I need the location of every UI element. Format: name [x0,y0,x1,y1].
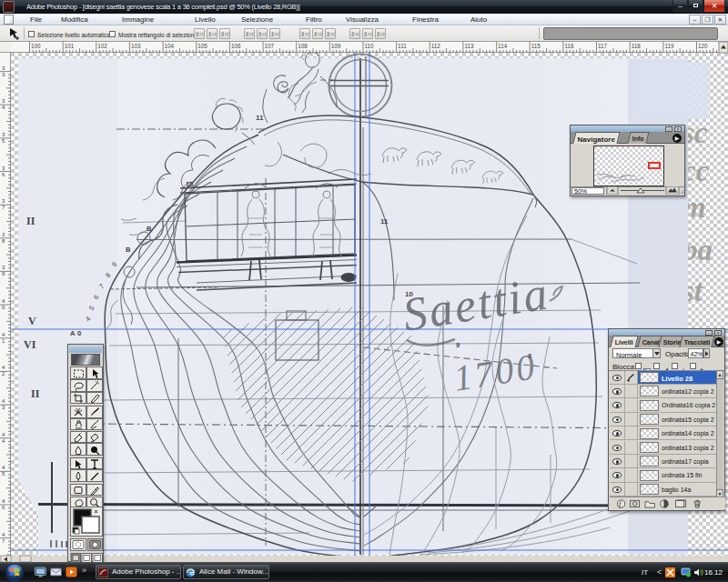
svg-text:B: B [126,246,131,254]
svg-text:117: 117 [598,43,608,49]
svg-text:112: 112 [431,43,441,49]
svg-text:sc: sc [682,116,708,149]
svg-text:101: 101 [65,43,75,49]
svg-text:100: 100 [31,43,41,49]
svg-text:106: 106 [231,43,241,49]
svg-text:pa: pa [680,234,713,266]
svg-text:6: 6 [92,293,100,301]
svg-text:B: B [147,225,152,233]
svg-text:116: 116 [564,43,574,49]
svg-text:107: 107 [265,43,275,49]
svg-text:105: 105 [197,43,207,49]
svg-text:Saettia: Saettia [399,266,553,341]
svg-text:cc: cc [682,155,710,187]
svg-text:II: II [31,387,40,400]
svg-text:II: II [26,215,35,227]
svg-text:108: 108 [298,43,308,49]
svg-text:0: 0 [77,329,81,337]
svg-text:A: A [70,329,76,337]
svg-text:111: 111 [398,43,407,49]
svg-text:118: 118 [632,43,642,49]
svg-text:113: 113 [464,43,474,49]
svg-text:11: 11 [380,217,389,226]
svg-text:115: 115 [531,43,541,49]
svg-text:V: V [28,315,36,327]
svg-text:9: 9 [110,260,118,268]
svg-text:st: st [682,275,703,307]
svg-text:103: 103 [131,43,141,49]
svg-text:10: 10 [186,180,193,188]
svg-text:4: 4 [84,315,92,323]
svg-text:8: 8 [104,271,112,279]
svg-text:110: 110 [365,43,375,49]
svg-text:119: 119 [664,43,674,49]
svg-text:9: 9 [456,341,460,349]
svg-text:11: 11 [256,114,264,122]
svg-text:120: 120 [698,43,708,49]
svg-text:VI: VI [24,338,36,351]
svg-text:1700: 1700 [450,346,540,399]
svg-text:m: m [682,191,706,224]
svg-text:5: 5 [87,304,96,312]
svg-text:104: 104 [165,43,175,49]
svg-text:7: 7 [97,282,106,290]
svg-text:114: 114 [498,43,508,49]
svg-text:102: 102 [97,43,107,49]
svg-text:109: 109 [331,43,341,49]
